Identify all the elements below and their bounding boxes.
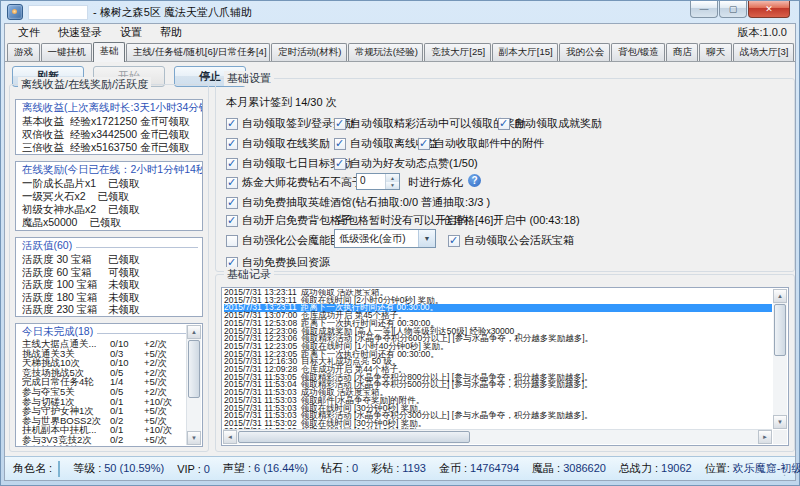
online-reward-row[interactable]: 一级冥火石x2 已领取 bbox=[22, 190, 198, 203]
checkbox-auto-mail-attachment[interactable]: ✓ 自动收取邮件中的附件 bbox=[418, 136, 544, 151]
checkbox-label: 自动领取在线奖励 bbox=[242, 136, 330, 151]
scroll-right-icon[interactable]: ► bbox=[758, 430, 772, 444]
menu-item[interactable]: 帮助 bbox=[151, 24, 191, 41]
close-button[interactable]: ✕ bbox=[748, 1, 790, 18]
maximize-button[interactable]: ▢ bbox=[719, 1, 747, 18]
check-icon: ✓ bbox=[335, 137, 344, 150]
spinner-down-icon[interactable]: ▼ bbox=[386, 182, 399, 190]
checkbox-auto-like-friends[interactable]: ✓ 自动为好友动态点赞(1/50) bbox=[334, 156, 478, 171]
checkbox-label: 自动领取公会活跃宝箱 bbox=[464, 233, 574, 248]
scroll-up-icon[interactable]: ▲ bbox=[773, 289, 787, 303]
log-vertical-scrollbar[interactable]: ▲ ▼ bbox=[773, 289, 787, 429]
alchemy-suffix-text: 时进行炼化 bbox=[408, 175, 463, 190]
tab[interactable]: 战场大厅[3] bbox=[733, 43, 794, 61]
scroll-down-icon[interactable]: ▼ bbox=[187, 431, 201, 445]
tab[interactable]: 一键挂机 bbox=[41, 43, 92, 61]
checkbox-box: ✓ bbox=[448, 235, 460, 247]
alchemy-diamond-spinner[interactable]: 0 ▲ ▼ bbox=[356, 173, 400, 190]
activity-chest-row[interactable]: 活跃度 30 宝箱 已领取 bbox=[22, 253, 198, 266]
tab[interactable]: 背包/锻造 bbox=[611, 43, 665, 61]
log-group: 基础记录 2015/7/31 13:23:11成功领取 活跃度宝箱。 2015/… bbox=[215, 274, 795, 452]
menu-item[interactable]: 快速登录 bbox=[49, 24, 111, 41]
checkbox-box: ✓ bbox=[226, 138, 238, 150]
checkbox-auto-guild-chest[interactable]: ✓ 自动领取公会活跃宝箱 bbox=[448, 233, 574, 248]
check-icon: ✓ bbox=[227, 214, 236, 227]
window-title: - 橡树之森5区 魔法天堂八爪辅助 bbox=[93, 5, 252, 20]
scroll-left-icon[interactable]: ◄ bbox=[223, 430, 237, 444]
tab[interactable]: 常规玩法(经验) bbox=[348, 43, 424, 61]
tab-label: 定时活动(材料) bbox=[278, 46, 341, 57]
tab-label: 副本大厅[15] bbox=[499, 46, 553, 57]
online-reward-row[interactable]: 一阶成长晶片x1 已领取 bbox=[22, 177, 198, 190]
settings-group-title: 基础设置 bbox=[224, 71, 274, 86]
todo-scrollbar[interactable]: ▲ ▼ bbox=[186, 325, 201, 445]
status-item: 等级 :50 (10.59%) bbox=[73, 461, 164, 476]
check-icon: ✓ bbox=[449, 234, 458, 247]
scroll-up-icon[interactable]: ▲ bbox=[187, 325, 201, 339]
checkbox-alchemy-master[interactable]: ✓ 炼金大师花费钻石不高于 bbox=[226, 175, 363, 190]
online-reward-header: 在线奖励(今日已在线：2小时1分钟14秒) bbox=[22, 163, 203, 177]
online-reward-list: 在线奖励(今日已在线：2小时1分钟14秒) 一阶成长晶片x1 已领取 一级冥火石… bbox=[15, 161, 203, 231]
check-icon: ✓ bbox=[499, 117, 508, 130]
spinner-value: 0 bbox=[357, 174, 385, 189]
log-group-title: 基础记录 bbox=[224, 267, 274, 282]
menu-item[interactable]: 设置 bbox=[111, 24, 151, 41]
checkbox-auto-online-reward[interactable]: ✓ 自动领取在线奖励 bbox=[226, 136, 330, 151]
cannon-strengthen-select[interactable]: 低级强化(金币) ▼ bbox=[334, 229, 436, 248]
checkbox-label: 自动免费抽取英雄酒馆(钻石抽取:0/0 普通抽取:3/3 ) bbox=[242, 195, 490, 210]
checkbox-auto-open-bag-slot[interactable]: ✓ 自动开启免费背包格子 bbox=[226, 213, 352, 228]
checkbox-box: ✓ bbox=[226, 215, 238, 227]
tab-label: 商店 bbox=[673, 46, 692, 57]
activity-chest-row[interactable]: 活跃度 230 宝箱 未领取 bbox=[22, 303, 198, 316]
rewards-group-title: 离线收益/在线奖励/活跃度 bbox=[18, 77, 151, 92]
scrollbar-thumb[interactable] bbox=[238, 431, 470, 443]
offline-income-row[interactable]: 双倍收益 经验x3442500 金币x... 已领取 bbox=[22, 128, 198, 141]
status-item: 总战力 :19062 bbox=[619, 461, 692, 476]
checkbox-auto-achievement[interactable]: ✓ 自动领取成就奖励 bbox=[498, 116, 602, 131]
scrollbar-thumb[interactable] bbox=[188, 340, 200, 398]
offline-income-row[interactable]: 基本收益 经验x1721250 金币x... 可领取 bbox=[22, 115, 198, 128]
tab[interactable]: 聊天 bbox=[699, 43, 732, 61]
offline-income-row[interactable]: 三倍收益 经验x5163750 金币x... 已领取 bbox=[22, 141, 198, 154]
checkbox-label: 自动领取成就奖励 bbox=[514, 116, 602, 131]
tab-label: 基础 bbox=[100, 45, 119, 56]
minimize-button[interactable]: — bbox=[690, 1, 718, 18]
header-rule bbox=[76, 247, 198, 248]
offline-income-header: 离线收益(上次离线时长:3天1小时34分钟18秒) bbox=[22, 101, 203, 115]
tab[interactable]: 游戏 bbox=[7, 43, 40, 61]
tab-label: 战场大厅[3] bbox=[740, 46, 789, 57]
todo-header: 今日未完成(18) bbox=[22, 325, 93, 339]
activity-header: 活跃值(60) bbox=[22, 239, 72, 253]
check-icon: ✓ bbox=[227, 137, 236, 150]
check-icon: ✓ bbox=[335, 157, 344, 170]
check-icon: ✓ bbox=[227, 196, 236, 209]
scrollbar-corner bbox=[773, 430, 787, 444]
character-name-redacted-box bbox=[28, 5, 88, 20]
menu-item[interactable]: 文件 bbox=[9, 24, 49, 41]
spinner-up-icon[interactable]: ▲ bbox=[386, 174, 399, 182]
checkbox-auto-tavern-draw[interactable]: ✓ 自动免费抽取英雄酒馆(钻石抽取:0/0 普通抽取:3/3 ) bbox=[226, 195, 490, 210]
scroll-down-icon[interactable]: ▼ bbox=[773, 415, 787, 429]
tab[interactable]: 商店 bbox=[666, 43, 699, 61]
log-horizontal-scrollbar[interactable]: ◄ ► bbox=[223, 429, 772, 444]
select-value: 低级强化(金币) bbox=[335, 232, 418, 246]
todo-row[interactable]: 参与神之试炼 0/1 +5/次 bbox=[22, 445, 184, 447]
window-controls: — ▢ ✕ bbox=[690, 1, 790, 18]
help-icon[interactable]: ? bbox=[468, 174, 481, 187]
online-reward-row[interactable]: 初级女神水晶x2 已领取 bbox=[22, 203, 198, 216]
tab[interactable]: 基础 bbox=[93, 42, 126, 62]
activity-chest-row[interactable]: 活跃度 180 宝箱 未领取 bbox=[22, 291, 198, 304]
header-rule bbox=[97, 333, 198, 334]
activity-chest-row[interactable]: 活跃度 100 宝箱 未领取 bbox=[22, 278, 198, 291]
tab[interactable]: 副本大厅[15] bbox=[492, 43, 558, 61]
tab[interactable]: 主线/任务链/随机[6]/日常任务[4] bbox=[126, 43, 270, 61]
activity-chest-row[interactable]: 活跃度 60 宝箱 可领取 bbox=[22, 266, 198, 279]
tab[interactable]: 定时活动(材料) bbox=[271, 43, 347, 61]
tab[interactable]: 我的公会 bbox=[559, 43, 610, 61]
scrollbar-thumb[interactable] bbox=[774, 304, 786, 356]
resize-grip[interactable]: ⋰ bbox=[783, 467, 792, 477]
online-reward-row[interactable]: 魔晶x50000 已领取 bbox=[22, 216, 198, 229]
basic-settings-group: 基础设置 本月累计签到 14/30 次 ✓ 自动领取签到/登录奖励 ✓ 自动领取… bbox=[215, 78, 795, 272]
tab[interactable]: 竞技大厅[25] bbox=[424, 43, 490, 61]
check-icon: ✓ bbox=[227, 117, 236, 130]
